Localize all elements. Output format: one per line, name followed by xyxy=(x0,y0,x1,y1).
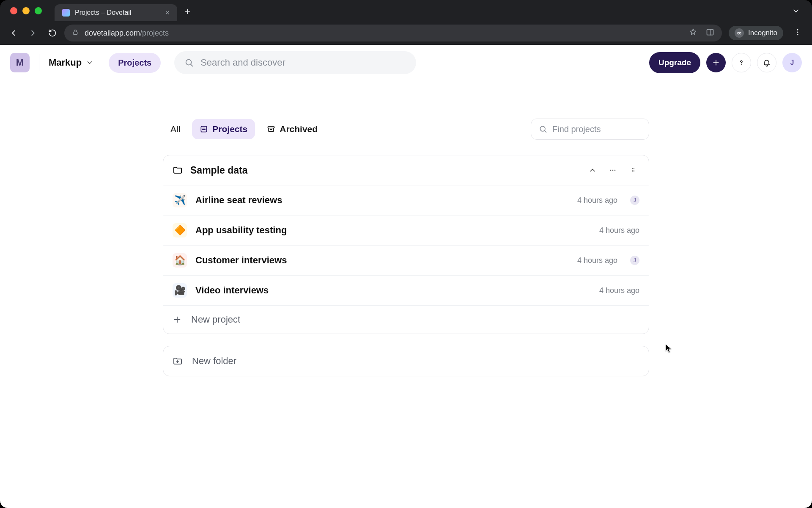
svg-point-12 xyxy=(610,170,612,171)
browser-menu-icon[interactable] xyxy=(793,28,802,38)
project-time: 4 hours ago xyxy=(599,286,639,295)
workspace-avatar[interactable]: M xyxy=(10,53,30,72)
project-emoji-icon: 🎥 xyxy=(173,283,187,298)
app-header: M Markup Projects Search and discover Up… xyxy=(0,45,812,80)
contributor-avatar: J xyxy=(630,196,639,205)
create-button[interactable] xyxy=(706,53,726,72)
folder-header[interactable]: Sample data xyxy=(163,155,649,185)
svg-point-16 xyxy=(634,168,634,169)
global-search[interactable]: Search and discover xyxy=(174,51,416,74)
project-row[interactable]: ✈️ Airline seat reviews 4 hours ago J xyxy=(163,185,649,215)
tabs-dropdown-icon[interactable] xyxy=(792,7,800,17)
browser-tab[interactable]: Projects – Dovetail × xyxy=(55,4,177,21)
new-folder-button[interactable]: New folder xyxy=(163,346,649,376)
new-folder-label: New folder xyxy=(192,356,236,367)
folder-menu-button[interactable] xyxy=(606,164,619,177)
project-emoji-icon: ✈️ xyxy=(173,193,187,207)
search-icon xyxy=(539,125,547,133)
tab-archived-label: Archived xyxy=(280,124,318,134)
tab-projects[interactable]: Projects xyxy=(192,119,255,139)
svg-point-5 xyxy=(797,32,798,33)
project-name: Video interviews xyxy=(195,285,269,296)
help-button[interactable] xyxy=(732,53,751,72)
folder-plus-icon xyxy=(173,356,183,366)
page: M Markup Projects Search and discover Up… xyxy=(0,45,812,508)
notifications-button[interactable] xyxy=(757,53,776,72)
forward-button[interactable] xyxy=(25,25,41,41)
svg-point-11 xyxy=(540,126,545,131)
folder-name: Sample data xyxy=(190,165,248,176)
new-project-button[interactable]: New project xyxy=(163,305,649,334)
nav-projects[interactable]: Projects xyxy=(109,53,161,73)
find-placeholder: Find projects xyxy=(552,124,601,134)
drag-handle-icon[interactable] xyxy=(627,164,639,177)
svg-point-18 xyxy=(634,170,634,171)
search-placeholder: Search and discover xyxy=(200,57,285,68)
browser-chrome: Projects – Dovetail × + dovetailapp.com/… xyxy=(0,0,812,45)
side-panel-icon[interactable] xyxy=(706,28,714,39)
project-time: 4 hours ago xyxy=(577,256,617,265)
svg-point-14 xyxy=(614,170,616,171)
workspace-switcher[interactable]: Markup xyxy=(49,57,93,68)
window-close-icon[interactable] xyxy=(10,7,17,14)
svg-point-13 xyxy=(612,170,614,171)
contributor-avatar: J xyxy=(630,256,639,265)
folder-card: Sample data ✈️ Airline seat reviews 4 ho… xyxy=(163,155,649,334)
chevron-down-icon xyxy=(86,59,93,66)
search-icon xyxy=(184,58,194,67)
window-maximize-icon[interactable] xyxy=(35,7,42,14)
tab-strip: Projects – Dovetail × + xyxy=(0,0,812,21)
incognito-chip[interactable]: Incognito xyxy=(729,26,783,40)
tab-title: Projects – Dovetail xyxy=(75,9,160,17)
tab-all[interactable]: All xyxy=(163,119,188,139)
tab-archived[interactable]: Archived xyxy=(259,119,325,139)
incognito-label: Incognito xyxy=(748,29,777,37)
user-avatar[interactable]: J xyxy=(782,53,802,72)
plus-icon xyxy=(173,315,182,324)
project-row[interactable]: 🎥 Video interviews 4 hours ago xyxy=(163,275,649,305)
back-button[interactable] xyxy=(6,25,21,41)
new-project-label: New project xyxy=(191,314,240,325)
folder-icon xyxy=(173,165,183,175)
project-row[interactable]: 🏠 Customer interviews 4 hours ago J xyxy=(163,245,649,275)
svg-point-8 xyxy=(741,64,742,65)
address-bar[interactable]: dovetailapp.com/projects xyxy=(64,25,722,41)
url-text: dovetailapp.com/projects xyxy=(85,29,169,38)
project-name: Customer interviews xyxy=(195,255,287,266)
project-time: 4 hours ago xyxy=(599,226,639,235)
favicon-icon xyxy=(62,9,70,17)
svg-point-20 xyxy=(634,171,634,172)
tab-close-icon[interactable]: × xyxy=(165,8,170,17)
bookmark-icon[interactable] xyxy=(689,28,697,39)
incognito-icon xyxy=(735,28,744,38)
project-row[interactable]: 🔶 App usability testing 4 hours ago xyxy=(163,215,649,245)
projects-icon xyxy=(200,125,208,133)
workspace-name: Markup xyxy=(49,57,82,68)
lock-icon xyxy=(72,29,79,38)
window-controls xyxy=(10,7,42,14)
reload-button[interactable] xyxy=(45,25,60,41)
tab-projects-label: Projects xyxy=(212,124,247,134)
svg-point-17 xyxy=(632,170,633,171)
new-tab-button[interactable]: + xyxy=(185,6,190,17)
window-minimize-icon[interactable] xyxy=(22,7,30,14)
svg-point-4 xyxy=(797,29,798,30)
svg-rect-1 xyxy=(707,29,713,35)
svg-point-7 xyxy=(186,60,192,65)
project-emoji-icon: 🔶 xyxy=(173,223,187,237)
svg-point-15 xyxy=(632,168,633,169)
project-time: 4 hours ago xyxy=(577,196,617,205)
find-projects-input[interactable]: Find projects xyxy=(531,119,649,140)
upgrade-button[interactable]: Upgrade xyxy=(649,52,700,73)
divider xyxy=(39,54,39,71)
svg-point-6 xyxy=(797,34,798,35)
archive-icon xyxy=(267,125,275,133)
project-name: App usability testing xyxy=(195,225,287,236)
svg-point-19 xyxy=(632,171,633,172)
cursor-icon xyxy=(665,344,672,353)
project-name: Airline seat reviews xyxy=(195,195,282,206)
address-bar-row: dovetailapp.com/projects Incognito xyxy=(0,21,812,45)
filter-toolbar: All Projects Archived Find projects xyxy=(163,119,649,140)
collapse-button[interactable] xyxy=(586,164,599,177)
project-emoji-icon: 🏠 xyxy=(173,253,187,268)
